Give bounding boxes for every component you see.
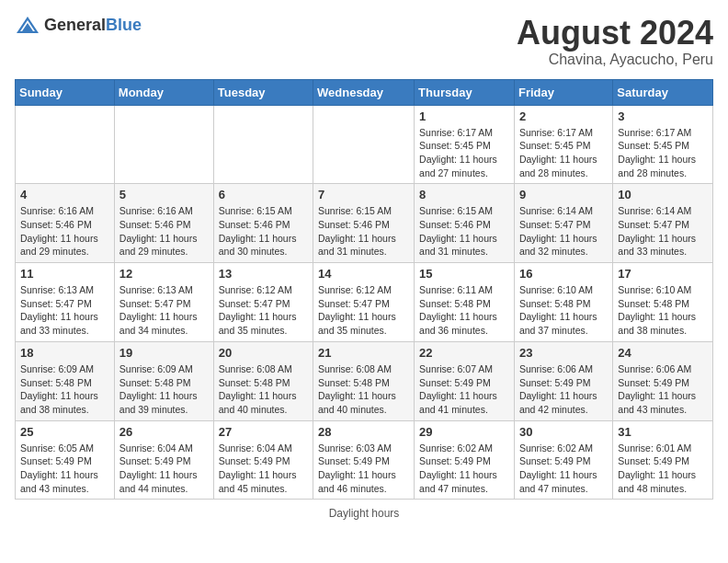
day-info: Sunrise: 6:15 AMSunset: 5:46 PMDaylight:…	[419, 204, 509, 259]
calendar-cell: 15Sunrise: 6:11 AMSunset: 5:48 PMDayligh…	[415, 263, 515, 342]
calendar-cell: 27Sunrise: 6:04 AMSunset: 5:49 PMDayligh…	[213, 420, 313, 500]
calendar-cell: 11Sunrise: 6:13 AMSunset: 5:47 PMDayligh…	[16, 263, 115, 342]
calendar-cell: 31Sunrise: 6:01 AMSunset: 5:49 PMDayligh…	[613, 420, 713, 500]
calendar-cell: 7Sunrise: 6:15 AMSunset: 5:46 PMDaylight…	[313, 184, 415, 263]
day-number: 15	[419, 267, 509, 281]
calendar-cell: 26Sunrise: 6:04 AMSunset: 5:49 PMDayligh…	[114, 420, 213, 500]
calendar-table: SundayMondayTuesdayWednesdayThursdayFrid…	[15, 79, 713, 500]
day-info: Sunrise: 6:02 AMSunset: 5:49 PMDaylight:…	[519, 442, 608, 496]
weekday-header-wednesday: Wednesday	[313, 79, 415, 105]
logo-text-blue: Blue	[106, 16, 142, 35]
day-info: Sunrise: 6:08 AMSunset: 5:48 PMDaylight:…	[318, 362, 409, 417]
calendar-cell: 13Sunrise: 6:12 AMSunset: 5:47 PMDayligh…	[213, 263, 313, 342]
day-number: 19	[119, 346, 209, 360]
calendar-cell	[114, 105, 213, 184]
calendar-cell	[213, 105, 313, 184]
footer-note: Daylight hours	[15, 507, 713, 520]
calendar-cell: 24Sunrise: 6:06 AMSunset: 5:49 PMDayligh…	[613, 341, 713, 420]
calendar-week-row: 4Sunrise: 6:16 AMSunset: 5:46 PMDaylight…	[16, 184, 713, 263]
day-info: Sunrise: 6:09 AMSunset: 5:48 PMDaylight:…	[119, 362, 209, 417]
day-info: Sunrise: 6:07 AMSunset: 5:49 PMDaylight:…	[419, 362, 509, 417]
location-title: Chavina, Ayacucho, Peru	[517, 52, 713, 68]
calendar-cell: 4Sunrise: 6:16 AMSunset: 5:46 PMDaylight…	[16, 184, 115, 263]
day-info: Sunrise: 6:12 AMSunset: 5:47 PMDaylight:…	[219, 283, 308, 338]
header: General Blue August 2024 Chavina, Ayacuc…	[15, 15, 713, 68]
calendar-cell: 6Sunrise: 6:15 AMSunset: 5:46 PMDaylight…	[213, 184, 313, 263]
day-info: Sunrise: 6:06 AMSunset: 5:49 PMDaylight:…	[618, 362, 708, 417]
day-info: Sunrise: 6:01 AMSunset: 5:49 PMDaylight:…	[618, 442, 708, 496]
day-number: 9	[519, 188, 608, 201]
calendar-week-row: 25Sunrise: 6:05 AMSunset: 5:49 PMDayligh…	[16, 420, 713, 500]
day-number: 28	[318, 425, 409, 439]
day-info: Sunrise: 6:15 AMSunset: 5:46 PMDaylight:…	[219, 204, 308, 259]
logo-text-general: General	[44, 16, 106, 35]
logo-icon	[15, 15, 40, 35]
day-number: 8	[419, 188, 509, 201]
calendar-cell: 12Sunrise: 6:13 AMSunset: 5:47 PMDayligh…	[114, 263, 213, 342]
calendar-cell: 2Sunrise: 6:17 AMSunset: 5:45 PMDaylight…	[514, 105, 612, 184]
calendar-cell: 18Sunrise: 6:09 AMSunset: 5:48 PMDayligh…	[16, 341, 115, 420]
day-info: Sunrise: 6:13 AMSunset: 5:47 PMDaylight:…	[20, 283, 109, 338]
day-number: 20	[219, 346, 308, 360]
day-info: Sunrise: 6:04 AMSunset: 5:49 PMDaylight:…	[219, 442, 308, 496]
calendar-cell: 17Sunrise: 6:10 AMSunset: 5:48 PMDayligh…	[613, 263, 713, 342]
day-number: 24	[618, 346, 708, 360]
day-info: Sunrise: 6:17 AMSunset: 5:45 PMDaylight:…	[618, 126, 708, 180]
month-title: August 2024	[517, 15, 713, 52]
calendar-cell: 29Sunrise: 6:02 AMSunset: 5:49 PMDayligh…	[415, 420, 515, 500]
day-info: Sunrise: 6:06 AMSunset: 5:49 PMDaylight:…	[519, 362, 608, 417]
day-number: 18	[20, 346, 109, 360]
day-number: 13	[219, 267, 308, 281]
calendar-week-row: 11Sunrise: 6:13 AMSunset: 5:47 PMDayligh…	[16, 263, 713, 342]
day-info: Sunrise: 6:17 AMSunset: 5:45 PMDaylight:…	[419, 126, 509, 180]
footer-note-text: Daylight hours	[329, 507, 400, 520]
calendar-cell: 9Sunrise: 6:14 AMSunset: 5:47 PMDaylight…	[514, 184, 612, 263]
day-number: 11	[20, 267, 109, 281]
day-info: Sunrise: 6:10 AMSunset: 5:48 PMDaylight:…	[519, 283, 608, 338]
day-info: Sunrise: 6:05 AMSunset: 5:49 PMDaylight:…	[20, 442, 109, 496]
day-info: Sunrise: 6:15 AMSunset: 5:46 PMDaylight:…	[318, 204, 409, 259]
day-info: Sunrise: 6:16 AMSunset: 5:46 PMDaylight:…	[119, 204, 209, 259]
day-info: Sunrise: 6:04 AMSunset: 5:49 PMDaylight:…	[119, 442, 209, 496]
calendar-cell: 25Sunrise: 6:05 AMSunset: 5:49 PMDayligh…	[16, 420, 115, 500]
calendar-week-row: 18Sunrise: 6:09 AMSunset: 5:48 PMDayligh…	[16, 341, 713, 420]
calendar-cell	[313, 105, 415, 184]
day-number: 6	[219, 188, 308, 201]
day-number: 5	[119, 188, 209, 201]
day-info: Sunrise: 6:17 AMSunset: 5:45 PMDaylight:…	[519, 126, 608, 180]
calendar-cell: 10Sunrise: 6:14 AMSunset: 5:47 PMDayligh…	[613, 184, 713, 263]
day-number: 27	[219, 425, 308, 439]
calendar-cell: 20Sunrise: 6:08 AMSunset: 5:48 PMDayligh…	[213, 341, 313, 420]
weekday-header-sunday: Sunday	[16, 79, 115, 105]
day-info: Sunrise: 6:14 AMSunset: 5:47 PMDaylight:…	[618, 204, 708, 259]
day-number: 1	[419, 109, 509, 123]
day-number: 30	[519, 425, 608, 439]
calendar-cell: 5Sunrise: 6:16 AMSunset: 5:46 PMDaylight…	[114, 184, 213, 263]
calendar-cell: 3Sunrise: 6:17 AMSunset: 5:45 PMDaylight…	[613, 105, 713, 184]
day-number: 3	[618, 109, 708, 123]
calendar-cell: 19Sunrise: 6:09 AMSunset: 5:48 PMDayligh…	[114, 341, 213, 420]
calendar-cell: 21Sunrise: 6:08 AMSunset: 5:48 PMDayligh…	[313, 341, 415, 420]
day-info: Sunrise: 6:08 AMSunset: 5:48 PMDaylight:…	[219, 362, 308, 417]
day-number: 12	[119, 267, 209, 281]
day-number: 29	[419, 425, 509, 439]
day-info: Sunrise: 6:02 AMSunset: 5:49 PMDaylight:…	[419, 442, 509, 496]
day-info: Sunrise: 6:10 AMSunset: 5:48 PMDaylight:…	[618, 283, 708, 338]
day-info: Sunrise: 6:03 AMSunset: 5:49 PMDaylight:…	[318, 442, 409, 496]
calendar-cell: 28Sunrise: 6:03 AMSunset: 5:49 PMDayligh…	[313, 420, 415, 500]
calendar-cell: 1Sunrise: 6:17 AMSunset: 5:45 PMDaylight…	[415, 105, 515, 184]
calendar-cell	[16, 105, 115, 184]
day-number: 17	[618, 267, 708, 281]
day-number: 10	[618, 188, 708, 201]
day-number: 14	[318, 267, 409, 281]
weekday-header-monday: Monday	[114, 79, 213, 105]
day-number: 22	[419, 346, 509, 360]
weekday-header-thursday: Thursday	[415, 79, 515, 105]
day-number: 2	[519, 109, 608, 123]
day-number: 26	[119, 425, 209, 439]
day-info: Sunrise: 6:12 AMSunset: 5:47 PMDaylight:…	[318, 283, 409, 338]
weekday-header-friday: Friday	[514, 79, 612, 105]
day-info: Sunrise: 6:11 AMSunset: 5:48 PMDaylight:…	[419, 283, 509, 338]
day-number: 25	[20, 425, 109, 439]
logo: General Blue	[15, 15, 142, 35]
